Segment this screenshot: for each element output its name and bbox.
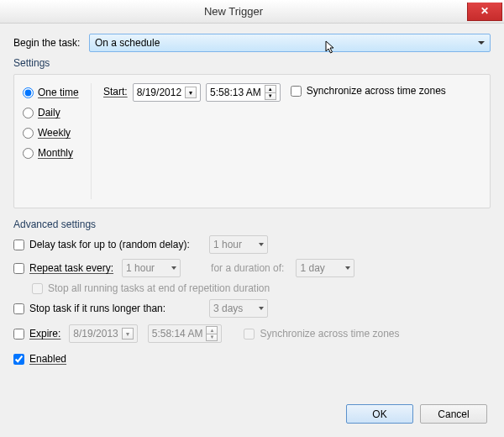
chevron-down-icon	[345, 266, 350, 270]
repeat-duration-value: 1 day	[300, 262, 324, 274]
frequency-group: One time Daily Weekly Monthly	[23, 83, 92, 199]
expire-time-value: 5:58:14 AM	[152, 328, 203, 340]
cancel-button[interactable]: Cancel	[420, 404, 487, 424]
ok-button[interactable]: OK	[346, 404, 413, 424]
stop-long-value: 3 days	[213, 303, 243, 314]
settings-panel: One time Daily Weekly Monthly Start: 8/1…	[13, 74, 491, 208]
chevron-down-icon	[478, 41, 485, 45]
radio-label-one-time: One time	[38, 87, 79, 98]
repeat-interval-value: 1 hour	[126, 262, 155, 274]
frequency-weekly[interactable]: Weekly	[23, 127, 87, 139]
titlebar: New Trigger ✕	[0, 0, 504, 24]
enabled-checkbox[interactable]	[13, 354, 24, 365]
chevron-down-icon	[171, 266, 176, 270]
close-button[interactable]: ✕	[467, 3, 502, 21]
calendar-icon[interactable]: ▾	[122, 328, 134, 340]
delay-value: 1 hour	[213, 239, 242, 250]
sync-timezones-row[interactable]: Synchronize across time zones	[291, 85, 446, 97]
ok-button-label: OK	[372, 408, 386, 420]
chevron-down-icon	[259, 243, 264, 246]
close-icon: ✕	[480, 5, 489, 17]
delay-dropdown[interactable]: 1 hour	[209, 235, 268, 254]
stop-long-label: Stop task if it runs longer than:	[29, 303, 204, 314]
expire-sync-checkbox	[244, 329, 255, 340]
time-spinner[interactable]: ▲▼	[206, 326, 218, 341]
sync-timezones-checkbox[interactable]	[291, 86, 302, 97]
time-spinner[interactable]: ▲▼	[265, 85, 276, 100]
start-time-input[interactable]: 5:58:13 AM ▲▼	[206, 83, 281, 102]
stop-long-dropdown[interactable]: 3 days	[209, 299, 268, 318]
begin-task-label: Begin the task:	[13, 37, 89, 49]
repeat-duration-dropdown[interactable]: 1 day	[296, 259, 354, 277]
frequency-one-time[interactable]: One time	[23, 87, 87, 98]
radio-label-daily: Daily	[38, 107, 60, 118]
radio-label-weekly: Weekly	[38, 127, 71, 139]
cancel-button-label: Cancel	[438, 408, 469, 420]
sync-timezones-label: Synchronize across time zones	[307, 85, 446, 97]
start-date-value: 8/19/2012	[137, 87, 181, 98]
stop-repeat-checkbox	[32, 283, 43, 294]
expire-label: Expire:	[29, 328, 60, 340]
enabled-label: Enabled	[29, 353, 66, 365]
repeat-duration-label: for a duration of:	[211, 262, 284, 274]
start-time-value: 5:58:13 AM	[210, 87, 261, 98]
expire-date-value: 8/19/2013	[73, 328, 118, 340]
radio-weekly[interactable]	[23, 128, 34, 139]
settings-label: Settings	[13, 57, 491, 69]
begin-task-dropdown[interactable]: On a schedule	[89, 34, 491, 52]
advanced-settings-label: Advanced settings	[13, 218, 491, 230]
expire-sync-label: Synchronize across time zones	[260, 328, 399, 340]
stop-long-checkbox[interactable]	[13, 303, 24, 314]
dialog-footer: OK Cancel	[346, 404, 487, 424]
expire-date-input[interactable]: 8/19/2013 ▾	[69, 324, 137, 343]
radio-label-monthly: Monthly	[38, 147, 73, 159]
window-title: New Trigger	[0, 5, 467, 18]
begin-task-value: On a schedule	[95, 37, 160, 49]
repeat-checkbox[interactable]	[13, 263, 24, 274]
frequency-daily[interactable]: Daily	[23, 107, 87, 118]
chevron-down-icon	[259, 307, 264, 310]
repeat-interval-dropdown[interactable]: 1 hour	[122, 259, 181, 277]
repeat-label: Repeat task every:	[29, 262, 113, 274]
start-date-input[interactable]: 8/19/2012 ▾	[133, 83, 201, 102]
stop-repeat-label: Stop all running tasks at end of repetit…	[48, 282, 270, 294]
expire-time-input[interactable]: 5:58:14 AM ▲▼	[148, 324, 223, 343]
delay-label: Delay task for up to (random delay):	[29, 239, 204, 250]
frequency-monthly[interactable]: Monthly	[23, 147, 87, 159]
start-label: Start:	[103, 83, 128, 97]
radio-monthly[interactable]	[23, 148, 34, 159]
delay-checkbox[interactable]	[13, 240, 24, 250]
radio-one-time[interactable]	[23, 87, 34, 98]
expire-checkbox[interactable]	[13, 329, 24, 340]
calendar-icon[interactable]: ▾	[185, 87, 197, 98]
radio-daily[interactable]	[23, 108, 34, 118]
